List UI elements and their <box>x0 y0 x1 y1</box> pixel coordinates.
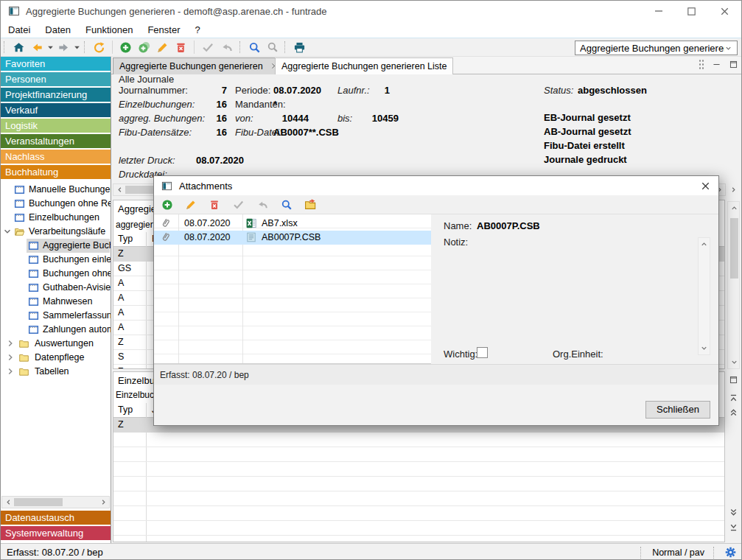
search-secondary-button[interactable] <box>264 39 281 55</box>
sidebar-item-buchhaltung[interactable]: Buchhaltung <box>1 165 111 180</box>
scroll-left-icon[interactable] <box>113 184 125 195</box>
delete-button[interactable] <box>172 39 190 55</box>
undo-button[interactable] <box>217 39 237 55</box>
excel-file-icon <box>245 217 257 229</box>
open-folder-button[interactable] <box>301 197 320 213</box>
minimize-icon[interactable] <box>642 1 675 21</box>
add-attachment-button[interactable] <box>158 197 176 213</box>
main-toolbar: Aggregierte Buchungen generieren <box>1 38 741 57</box>
folder-icon <box>18 366 29 377</box>
chevron-right-icon[interactable] <box>5 352 15 363</box>
notiz-scrollbar[interactable] <box>698 237 710 355</box>
flag-eb-journal: EB-Journal gesetzt <box>544 112 631 123</box>
scrollbar-thumb[interactable] <box>730 218 738 279</box>
tab-aggregierte-buchungen-generieren[interactable]: Aggregierte Buchungen generieren <box>113 57 285 74</box>
vertical-scrollbar[interactable] <box>727 201 740 369</box>
forward-dropdown-icon[interactable] <box>73 39 81 55</box>
flag-fibu-datei: Fibu-Datei erstellt <box>544 140 625 151</box>
maximize-icon[interactable] <box>675 1 708 21</box>
close-icon[interactable] <box>708 1 741 21</box>
sidebar-item-systemverwaltung[interactable]: Systemverwaltung <box>1 526 111 541</box>
scroll-to-bottom-icon[interactable] <box>727 521 740 533</box>
confirm-button[interactable] <box>229 197 248 213</box>
confirm-button[interactable] <box>198 39 217 55</box>
edit-attachment-button[interactable] <box>182 197 200 213</box>
sidebar-item-verkauf[interactable]: Verkauf <box>1 103 111 118</box>
page-up-icon[interactable] <box>727 406 740 419</box>
forward-button[interactable] <box>55 39 73 55</box>
menu-funktionen[interactable]: Funktionen <box>78 24 140 35</box>
tab-strip: Aggregierte Buchungen generieren Aggregi… <box>111 57 742 74</box>
back-button[interactable] <box>28 39 46 55</box>
panel-minimize-icon[interactable] <box>712 60 721 69</box>
scroll-down-icon[interactable] <box>698 342 710 354</box>
toolbar-separator <box>112 41 113 54</box>
menu-daten[interactable]: Daten <box>38 24 78 35</box>
dialog-status-line: Erfasst: 08.07.20 / bep <box>154 364 718 385</box>
form-icon <box>28 240 39 251</box>
scroll-left-icon[interactable] <box>2 497 14 508</box>
chevron-down-icon[interactable] <box>2 226 13 237</box>
search-button[interactable] <box>278 197 295 213</box>
panel-maximize-icon[interactable] <box>729 60 738 69</box>
menu-datei[interactable]: Datei <box>1 24 38 35</box>
sidebar-item-veranstaltungen[interactable]: Veranstaltungen <box>1 134 111 149</box>
sidebar-item-projektfinanzierung[interactable]: Projektfinanzierung <box>1 88 111 102</box>
notiz-label: Notiz: <box>444 237 468 248</box>
sidebar-horizontal-scrollbar[interactable] <box>1 496 110 508</box>
page-down-icon[interactable] <box>727 506 740 519</box>
dialog-title-bar: Attachments <box>154 176 718 195</box>
periode-value: 08.07.2020 <box>273 85 321 96</box>
chevron-right-icon[interactable] <box>5 338 15 349</box>
attachment-row[interactable]: 08.07.2020 AB7.xlsx <box>154 217 431 231</box>
undo-button[interactable] <box>253 197 272 213</box>
status-erfasst: Erfasst: 08.07.20 / bep <box>7 547 103 558</box>
status-bar: Erfasst: 08.07.20 / bep Normal / pav <box>1 543 741 560</box>
app-icon <box>8 5 20 17</box>
sidebar-item-nachlass[interactable]: Nachlass <box>1 150 111 164</box>
scrollbar-thumb[interactable] <box>14 498 63 506</box>
sidebar-item-favoriten[interactable]: Favoriten <box>1 57 111 71</box>
delete-attachment-button[interactable] <box>206 197 223 213</box>
toolbar-separator <box>84 41 87 53</box>
add-button[interactable] <box>116 39 135 55</box>
menu-help[interactable]: ? <box>187 24 207 35</box>
scroll-right-icon[interactable] <box>97 497 109 508</box>
scroll-to-top-icon[interactable] <box>727 392 740 405</box>
scroll-right-icon[interactable] <box>727 183 740 196</box>
edit-button[interactable] <box>153 39 172 55</box>
scroll-down-icon[interactable] <box>728 356 741 368</box>
wichtig-checkbox[interactable] <box>477 347 488 358</box>
print-button[interactable] <box>290 39 309 55</box>
back-dropdown-icon[interactable] <box>46 39 55 55</box>
form-icon <box>28 282 39 293</box>
scroll-up-icon[interactable] <box>698 238 710 251</box>
dialog-close-icon[interactable] <box>696 178 714 193</box>
aggreg-buchungen-value: 16 <box>178 113 227 124</box>
tab-aggregierte-buchungen-generieren-liste[interactable]: Aggregierte Buchungen generieren Liste <box>275 57 453 74</box>
chevron-right-icon[interactable] <box>5 366 15 377</box>
sidebar-item-logistik[interactable]: Logistik <box>1 119 111 133</box>
buchhaltung-tree: Manuelle Buchungen Buchungen ohne Refe E… <box>1 181 111 494</box>
duplicate-button[interactable] <box>135 39 153 55</box>
wichtig-label: Wichtig: <box>444 349 477 360</box>
schliessen-button[interactable]: Schließen <box>645 401 710 419</box>
attachment-row-selected[interactable]: 08.07.2020 AB0007P.CSB <box>154 231 431 245</box>
panel-maximize-icon[interactable] <box>727 374 740 386</box>
sidebar-item-datenaustausch[interactable]: Datenaustausch <box>1 511 111 525</box>
tab-options-icon[interactable] <box>699 59 704 70</box>
scroll-up-icon[interactable] <box>728 202 741 214</box>
dialog-toolbar <box>154 195 718 214</box>
search-button[interactable] <box>245 39 264 55</box>
refresh-button[interactable] <box>90 39 108 55</box>
fibu-datei-value: AB0007**.CSB <box>273 127 339 138</box>
bis-label: bis: <box>337 113 352 124</box>
context-selector[interactable]: Aggregierte Buchungen generieren <box>575 41 738 55</box>
toolbar-separator <box>239 41 242 53</box>
toolbar-separator <box>284 41 287 53</box>
settings-gear-icon[interactable] <box>724 546 737 559</box>
menu-fenster[interactable]: Fenster <box>140 24 187 35</box>
sidebar-item-personen[interactable]: Personen <box>1 72 111 87</box>
home-button[interactable] <box>10 39 28 55</box>
toolbar-separator <box>194 41 195 54</box>
